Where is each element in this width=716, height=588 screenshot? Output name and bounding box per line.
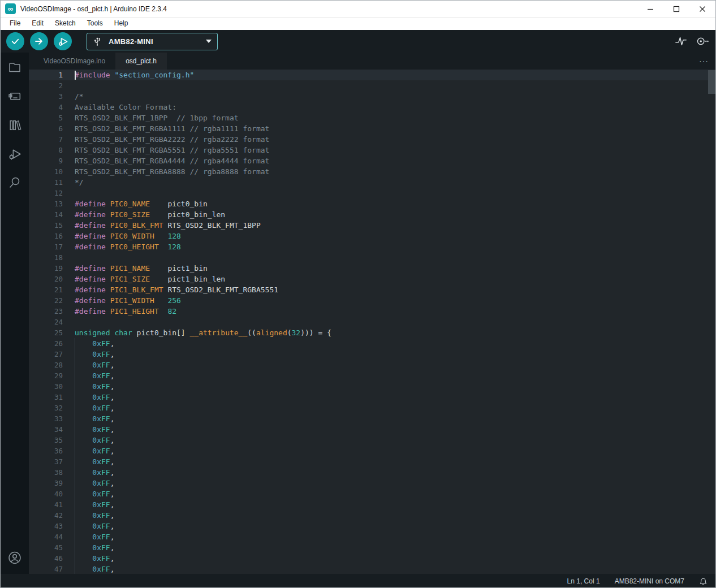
- code-line[interactable]: 41 0xFF,: [29, 499, 715, 510]
- code-line[interactable]: 10RTS_OSD2_BLK_FMT_RGBA8888 // rgba8888 …: [29, 166, 715, 177]
- board-port-status[interactable]: AMB82-MINI on COM7: [615, 577, 684, 585]
- code-line[interactable]: 22#define PIC1_WIDTH 256: [29, 295, 715, 306]
- line-number: 47: [29, 564, 63, 574]
- account-button[interactable]: [7, 550, 22, 565]
- code-line[interactable]: 1#include "section_config.h": [29, 70, 715, 80]
- code-line[interactable]: 39 0xFF,: [29, 478, 715, 488]
- serial-plotter-button[interactable]: [675, 35, 687, 47]
- debug-tab[interactable]: [7, 146, 22, 161]
- code-line[interactable]: 15#define PIC0_BLK_FMT RTS_OSD2_BLK_FMT_…: [29, 220, 715, 231]
- line-content: RTS_OSD2_BLK_FMT_RGBA8888 // rgba8888 fo…: [75, 166, 269, 177]
- line-number: 39: [29, 478, 63, 488]
- boards-manager-tab[interactable]: [7, 89, 22, 103]
- line-content: RTS_OSD2_BLK_FMT_1BPP // 1bpp format: [75, 113, 239, 123]
- code-line[interactable]: 23#define PIC1_HEIGHT 82: [29, 306, 715, 317]
- code-line[interactable]: 24: [29, 317, 715, 327]
- line-content: #define PIC0_BLK_FMT RTS_OSD2_BLK_FMT_1B…: [75, 220, 261, 231]
- menu-sketch[interactable]: Sketch: [49, 18, 81, 29]
- code-line[interactable]: 5RTS_OSD2_BLK_FMT_1BPP // 1bpp format: [29, 113, 715, 123]
- code-line[interactable]: 26 0xFF,: [29, 338, 715, 349]
- menu-file[interactable]: File: [4, 18, 26, 29]
- board-selector-label: AMB82-MINI: [109, 37, 153, 46]
- code-line[interactable]: 19#define PIC1_NAME pict1_bin: [29, 263, 715, 274]
- arrow-right-icon: [34, 36, 44, 46]
- line-content: 0xFF,: [75, 381, 114, 392]
- search-tab[interactable]: [7, 175, 22, 190]
- code-line[interactable]: 12: [29, 188, 715, 198]
- code-line[interactable]: 7RTS_OSD2_BLK_FMT_RGBA2222 // rgba2222 f…: [29, 134, 715, 145]
- code-line[interactable]: 44 0xFF,: [29, 531, 715, 542]
- code-line[interactable]: 46 0xFF,: [29, 553, 715, 564]
- verify-button[interactable]: [6, 32, 24, 50]
- code-line[interactable]: 29 0xFF,: [29, 370, 715, 381]
- notifications-bell-icon[interactable]: [699, 577, 708, 586]
- code-line[interactable]: 37 0xFF,: [29, 456, 715, 467]
- minimize-button[interactable]: [637, 1, 663, 18]
- line-content: 0xFF,: [75, 424, 114, 435]
- line-content: #define PIC0_HEIGHT 128: [75, 241, 181, 252]
- code-line[interactable]: 33 0xFF,: [29, 413, 715, 424]
- line-content: 0xFF,: [75, 413, 114, 424]
- code-line[interactable]: 30 0xFF,: [29, 381, 715, 392]
- menu-help[interactable]: Help: [109, 18, 134, 29]
- tab-videoosdimage-ino[interactable]: VideoOSDImage.ino: [33, 53, 115, 70]
- code-line[interactable]: 47 0xFF,: [29, 564, 715, 574]
- code-line[interactable]: 40 0xFF,: [29, 488, 715, 499]
- code-line[interactable]: 45 0xFF,: [29, 542, 715, 553]
- tab-overflow-menu[interactable]: ···: [699, 53, 709, 70]
- vertical-scrollbar[interactable]: [708, 70, 715, 94]
- line-number: 43: [29, 521, 63, 531]
- code-line[interactable]: 42 0xFF,: [29, 510, 715, 521]
- menu-edit[interactable]: Edit: [26, 18, 49, 29]
- sketchbook-tab[interactable]: [7, 60, 22, 75]
- code-line[interactable]: 6RTS_OSD2_BLK_FMT_RGBA1111 // rgba1111 f…: [29, 123, 715, 134]
- code-line[interactable]: 3/*: [29, 91, 715, 102]
- line-number: 34: [29, 424, 63, 435]
- code-line[interactable]: 38 0xFF,: [29, 467, 715, 478]
- main-body: VideoOSDImage.ino osd_pict.h ··· 1#inclu…: [1, 53, 715, 574]
- debug-button[interactable]: [54, 32, 72, 50]
- code-line[interactable]: 18: [29, 252, 715, 263]
- serial-monitor-button[interactable]: [695, 35, 709, 47]
- menu-tools[interactable]: Tools: [81, 18, 109, 29]
- code-line[interactable]: 17#define PIC0_HEIGHT 128: [29, 241, 715, 252]
- code-line[interactable]: 25unsigned char pict0_bin[] __attribute_…: [29, 327, 715, 338]
- code-line[interactable]: 31 0xFF,: [29, 392, 715, 403]
- code-line[interactable]: 27 0xFF,: [29, 349, 715, 360]
- code-line[interactable]: 2: [29, 80, 715, 91]
- library-manager-tab[interactable]: [7, 118, 22, 132]
- board-selector[interactable]: AMB82-MINI: [87, 33, 218, 50]
- code-line[interactable]: 32 0xFF,: [29, 403, 715, 413]
- line-content: #define PIC1_HEIGHT 82: [75, 306, 176, 317]
- code-line[interactable]: 4Available Color Format:: [29, 102, 715, 113]
- line-number: 23: [29, 306, 63, 317]
- line-number: 31: [29, 392, 63, 403]
- line-content: /*: [75, 91, 84, 102]
- tab-osd-pict-h[interactable]: osd_pict.h: [115, 53, 167, 70]
- code-line[interactable]: 13#define PIC0_NAME pict0_bin: [29, 198, 715, 209]
- line-content: 0xFF,: [75, 456, 114, 467]
- line-number: 8: [29, 145, 63, 155]
- titlebar: ∞ VideoOSDImage - osd_pict.h | Arduino I…: [1, 1, 715, 18]
- cursor-position[interactable]: Ln 1, Col 1: [567, 577, 600, 585]
- code-line[interactable]: 34 0xFF,: [29, 424, 715, 435]
- line-content: */: [75, 177, 84, 188]
- code-line[interactable]: 36 0xFF,: [29, 446, 715, 456]
- code-line[interactable]: 43 0xFF,: [29, 521, 715, 531]
- code-line[interactable]: 14#define PIC0_SIZE pict0_bin_len: [29, 209, 715, 220]
- code-line[interactable]: 9RTS_OSD2_BLK_FMT_RGBA4444 // rgba4444 f…: [29, 155, 715, 166]
- code-line[interactable]: 11*/: [29, 177, 715, 188]
- upload-button[interactable]: [30, 32, 48, 50]
- close-button[interactable]: [689, 1, 715, 18]
- code-line[interactable]: 16#define PIC0_WIDTH 128: [29, 231, 715, 241]
- line-number: 17: [29, 241, 63, 252]
- code-line[interactable]: 20#define PIC1_SIZE pict1_bin_len: [29, 274, 715, 284]
- code-line[interactable]: 28 0xFF,: [29, 360, 715, 370]
- line-content: 0xFF,: [75, 510, 114, 521]
- code-line[interactable]: 8RTS_OSD2_BLK_FMT_RGBA5551 // rgba5551 f…: [29, 145, 715, 155]
- code-line[interactable]: 35 0xFF,: [29, 435, 715, 446]
- code-line[interactable]: 21#define PIC1_BLK_FMT RTS_OSD2_BLK_FMT_…: [29, 284, 715, 295]
- maximize-button[interactable]: [663, 1, 689, 18]
- line-number: 3: [29, 91, 63, 102]
- line-number: 16: [29, 231, 63, 241]
